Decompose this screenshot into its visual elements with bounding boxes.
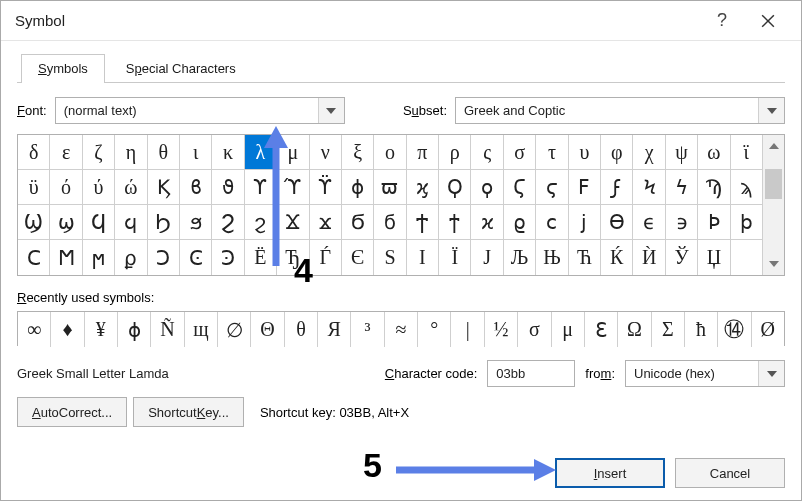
charcode-input[interactable] [487, 360, 575, 387]
symbol-cell[interactable]: ϓ [277, 170, 309, 205]
recent-symbol-cell[interactable]: Ɛ [585, 312, 618, 347]
symbol-cell[interactable]: Ѕ [374, 240, 406, 275]
symbol-cell[interactable]: Џ [698, 240, 730, 275]
symbol-cell[interactable]: ϒ [245, 170, 277, 205]
symbol-cell[interactable]: Ќ [601, 240, 633, 275]
symbol-cell[interactable]: ϗ [407, 170, 439, 205]
symbol-cell[interactable]: Ђ [277, 240, 309, 275]
symbol-cell[interactable]: Ї [439, 240, 471, 275]
symbol-cell[interactable]: ϖ [374, 170, 406, 205]
symbol-cell[interactable]: ι [180, 135, 212, 170]
symbol-cell[interactable]: Ϫ [277, 205, 309, 240]
symbol-cell[interactable]: Ϟ [633, 170, 665, 205]
from-combo[interactable]: Unicode (hex) [625, 360, 785, 387]
grid-scrollbar[interactable] [762, 135, 784, 275]
symbol-cell[interactable]: υ [569, 135, 601, 170]
symbol-cell[interactable]: Ў [666, 240, 698, 275]
recent-symbol-cell[interactable]: ħ [685, 312, 718, 347]
symbol-cell[interactable]: ϙ [471, 170, 503, 205]
symbol-cell[interactable]: π [407, 135, 439, 170]
symbol-cell[interactable]: ϯ [439, 205, 471, 240]
symbol-cell[interactable]: Ϧ [148, 205, 180, 240]
symbol-cell[interactable]: Њ [536, 240, 568, 275]
symbol-cell[interactable]: ϥ [115, 205, 147, 240]
recent-symbol-cell[interactable]: ɸ [118, 312, 151, 347]
symbol-cell[interactable]: Ϥ [83, 205, 115, 240]
recent-symbol-cell[interactable]: Ø [752, 312, 784, 347]
symbol-cell[interactable]: ϐ [180, 170, 212, 205]
symbol-cell[interactable]: ϡ [731, 170, 762, 205]
symbol-cell[interactable]: Ϻ [50, 240, 82, 275]
symbol-cell[interactable]: μ [277, 135, 309, 170]
recent-symbol-cell[interactable]: ♦ [51, 312, 84, 347]
scroll-thumb[interactable] [765, 169, 782, 199]
symbol-cell[interactable]: ϳ [569, 205, 601, 240]
insert-button[interactable]: Insert [555, 458, 665, 488]
symbol-cell[interactable]: ϲ [536, 205, 568, 240]
symbol-cell[interactable]: ϕ [342, 170, 374, 205]
symbol-cell[interactable]: Ϲ [18, 240, 50, 275]
symbol-cell[interactable]: ϵ [633, 205, 665, 240]
symbol-cell[interactable]: Ϛ [504, 170, 536, 205]
chevron-down-icon[interactable] [318, 98, 344, 123]
recent-symbol-cell[interactable]: ⑭ [718, 312, 751, 347]
recent-symbol-cell[interactable]: θ [285, 312, 318, 347]
symbol-cell[interactable]: ζ [83, 135, 115, 170]
symbol-cell[interactable]: ύ [83, 170, 115, 205]
symbol-cell[interactable]: ϶ [666, 205, 698, 240]
symbol-cell[interactable]: Ͽ [212, 240, 244, 275]
symbol-cell[interactable]: τ [536, 135, 568, 170]
symbol-cell[interactable]: ϔ [310, 170, 342, 205]
symbol-cell[interactable]: Ϗ [148, 170, 180, 205]
symbol-cell[interactable] [731, 240, 762, 275]
symbol-cell[interactable]: ϸ [731, 205, 762, 240]
recent-symbol-cell[interactable]: ³ [351, 312, 384, 347]
symbol-cell[interactable]: ο [374, 135, 406, 170]
symbol-cell[interactable]: ψ [666, 135, 698, 170]
recent-symbol-cell[interactable]: Σ [652, 312, 685, 347]
symbol-cell[interactable]: ε [50, 135, 82, 170]
symbol-cell[interactable]: χ [633, 135, 665, 170]
recent-symbol-cell[interactable]: Я [318, 312, 351, 347]
symbol-cell[interactable]: ϟ [666, 170, 698, 205]
symbol-cell[interactable]: Ϯ [407, 205, 439, 240]
recent-symbol-cell[interactable]: ¥ [85, 312, 118, 347]
recent-symbol-cell[interactable]: | [451, 312, 484, 347]
symbol-cell[interactable]: Є [342, 240, 374, 275]
symbol-cell[interactable]: ϛ [536, 170, 568, 205]
symbol-cell[interactable]: ό [50, 170, 82, 205]
symbol-cell[interactable]: ϫ [310, 205, 342, 240]
symbol-cell[interactable]: ϰ [471, 205, 503, 240]
recent-symbol-cell[interactable]: Θ [251, 312, 284, 347]
symbol-cell[interactable]: ϩ [245, 205, 277, 240]
symbol-cell[interactable]: δ [18, 135, 50, 170]
chevron-down-icon[interactable] [758, 98, 784, 123]
cancel-button[interactable]: Cancel [675, 458, 785, 488]
recent-symbol-cell[interactable]: щ [185, 312, 218, 347]
symbol-cell[interactable]: φ [601, 135, 633, 170]
symbol-cell[interactable]: ϻ [83, 240, 115, 275]
help-button[interactable]: ? [699, 1, 745, 41]
tab-symbols[interactable]: Symbols [21, 54, 105, 83]
recent-symbol-cell[interactable]: ° [418, 312, 451, 347]
symbol-cell[interactable]: Ѝ [633, 240, 665, 275]
symbol-cell[interactable]: ξ [342, 135, 374, 170]
symbol-cell[interactable]: Ͼ [180, 240, 212, 275]
symbol-cell[interactable]: Ё [245, 240, 277, 275]
symbol-cell[interactable]: ϊ [731, 135, 762, 170]
symbol-cell[interactable]: Ϩ [212, 205, 244, 240]
recent-symbol-cell[interactable]: Ω [618, 312, 651, 347]
symbol-cell[interactable]: Ј [471, 240, 503, 275]
scroll-up-button[interactable] [763, 135, 784, 157]
shortcut-key-button[interactable]: Shortcut Key... [133, 397, 244, 427]
symbol-cell[interactable]: ϑ [212, 170, 244, 205]
recent-symbol-cell[interactable]: μ [552, 312, 585, 347]
symbol-cell[interactable]: ϭ [374, 205, 406, 240]
symbol-cell[interactable]: ϼ [115, 240, 147, 275]
symbol-cell[interactable]: ϱ [504, 205, 536, 240]
symbol-cell[interactable]: ϝ [601, 170, 633, 205]
symbol-cell[interactable]: І [407, 240, 439, 275]
symbol-cell[interactable]: κ [212, 135, 244, 170]
symbol-cell[interactable]: Ћ [569, 240, 601, 275]
symbol-cell[interactable]: Ϸ [698, 205, 730, 240]
